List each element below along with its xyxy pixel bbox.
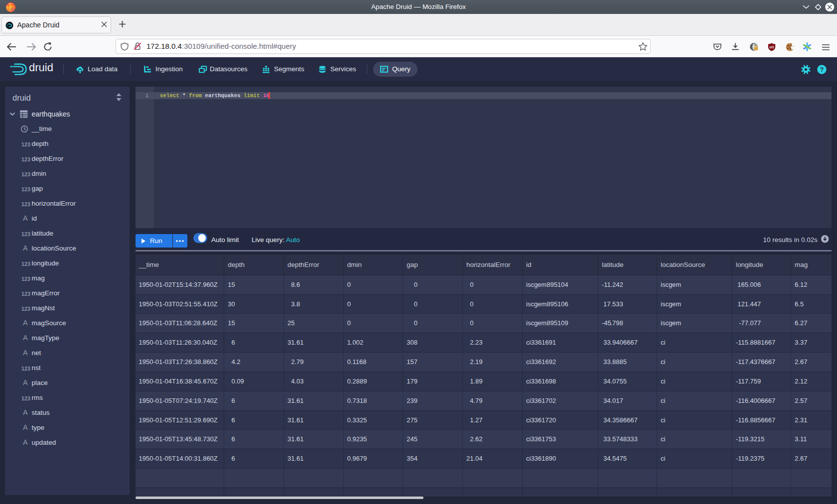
svg-text:?: ?: [820, 66, 824, 73]
svg-text:uO: uO: [769, 45, 774, 48]
